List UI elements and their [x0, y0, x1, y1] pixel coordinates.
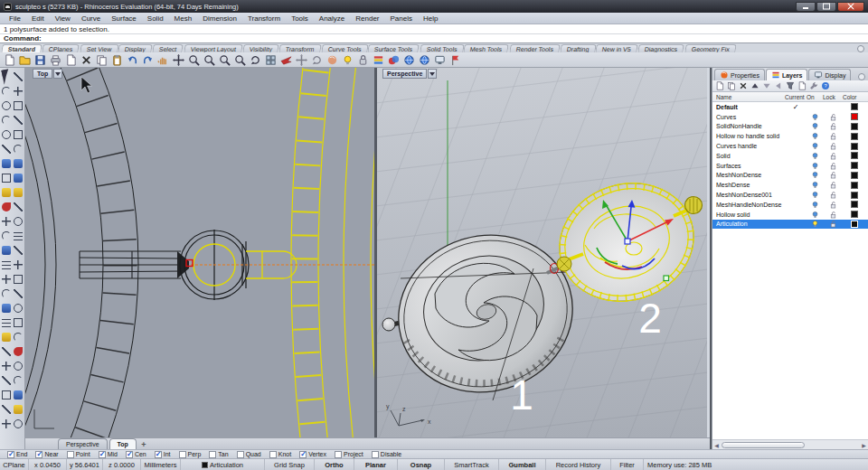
edit-layers-icon[interactable] [372, 53, 385, 67]
layer-lock-icon[interactable] [829, 122, 837, 130]
menu-solid[interactable]: Solid [142, 14, 169, 24]
toolbar-tab-viewport-layout[interactable]: Viewport Layout [184, 44, 242, 52]
layer-list-hscrollbar[interactable]: ◀ ▶ [712, 439, 868, 449]
layer-lock-icon[interactable] [829, 142, 837, 150]
top-viewport[interactable]: Top [25, 68, 377, 437]
split-tool-icon[interactable] [13, 200, 24, 214]
osnap-quad[interactable]: Quad [237, 451, 261, 458]
layer-row[interactable]: Curves handle [712, 141, 868, 151]
trim-tool-icon[interactable] [1, 200, 13, 214]
perspective-viewport-title[interactable]: Perspective [382, 69, 437, 79]
circle-tool-icon[interactable] [1, 99, 13, 113]
layer-row-selected[interactable]: Articulation [712, 220, 868, 230]
layer-color-swatch[interactable] [851, 113, 858, 120]
menu-curve[interactable]: Curve [76, 14, 106, 24]
checkbox[interactable] [179, 451, 186, 458]
layer-on-bulb-icon[interactable] [811, 211, 819, 219]
side-tool-icon[interactable] [13, 301, 24, 315]
show-objects-icon[interactable] [341, 53, 354, 67]
toolbar-tab-visibility[interactable]: Visibility [242, 44, 278, 52]
layer-on-bulb-icon[interactable] [811, 171, 819, 179]
osnap-project[interactable]: Project [335, 451, 363, 458]
render-tool-icon[interactable] [1, 301, 13, 315]
zoom-extents-icon[interactable] [233, 53, 247, 67]
status-ortho[interactable]: Ortho [315, 459, 354, 470]
layer-row[interactable]: MeshNonDense001 [712, 190, 868, 200]
layer-lock-icon[interactable] [829, 191, 837, 199]
move-icon[interactable] [172, 53, 185, 67]
match-properties-icon[interactable] [797, 81, 807, 90]
scale-tool-icon[interactable] [13, 287, 24, 301]
layer-on-bulb-icon[interactable] [811, 191, 819, 199]
move-down-icon[interactable] [762, 81, 771, 90]
layer-row[interactable]: MeshHandleNonDense [712, 200, 868, 210]
open-file-icon[interactable] [18, 53, 32, 67]
shaded-viewport-icon[interactable] [433, 53, 447, 67]
osnap-perp[interactable]: Perp [179, 451, 202, 458]
rectangle-tool-icon[interactable] [13, 127, 24, 142]
gumball-scale-handle[interactable] [664, 276, 669, 281]
osnap-cen[interactable]: Cen [126, 451, 146, 458]
viewport-tab-top[interactable]: Top [109, 438, 137, 449]
arc-tool-icon[interactable] [1, 113, 13, 127]
gumball-origin-handle[interactable] [625, 239, 630, 244]
zoom-dynamic-icon[interactable] [187, 53, 201, 67]
save-icon[interactable] [33, 53, 47, 67]
layer-lock-icon[interactable] [829, 181, 837, 189]
new-file-icon[interactable] [3, 53, 16, 67]
side-tool-icon[interactable] [1, 388, 13, 402]
toolbar-tab-mesh-tools[interactable]: Mesh Tools [464, 44, 510, 52]
layer-color-swatch[interactable] [851, 162, 858, 169]
side-tool-icon[interactable] [1, 330, 13, 344]
scrollbar-thumb[interactable] [722, 442, 805, 448]
move-tool-icon[interactable] [1, 272, 13, 287]
side-tool-icon[interactable] [1, 359, 13, 373]
rotate-tool-icon[interactable] [1, 287, 13, 301]
toolbar-tab-standard[interactable]: Standard [1, 44, 42, 52]
layer-row[interactable]: MeshNonDense [712, 171, 868, 181]
rotate-view-icon[interactable] [249, 53, 262, 67]
edit-properties-icon[interactable] [64, 53, 78, 67]
layer-row[interactable]: Surfaces [712, 161, 868, 171]
checkbox[interactable] [126, 451, 133, 458]
side-tool-icon[interactable] [13, 402, 24, 417]
checkbox[interactable] [99, 451, 106, 458]
new-layer-icon[interactable] [715, 81, 724, 90]
osnap-int[interactable]: Int [155, 451, 171, 458]
layer-on-bulb-icon[interactable] [811, 181, 819, 189]
curve-edit-icon[interactable] [1, 229, 13, 243]
layer-lock-icon[interactable] [829, 113, 837, 121]
tab-options-icon[interactable] [857, 45, 864, 52]
delete-layer-icon[interactable] [739, 81, 748, 90]
layer-color-swatch[interactable] [851, 221, 858, 228]
menu-view[interactable]: View [50, 14, 76, 24]
osnap-end[interactable]: End [7, 451, 27, 458]
perspective-viewport-canvas[interactable]: 1 2 x y z [377, 68, 707, 437]
side-tool-icon[interactable] [1, 417, 13, 431]
side-tool-icon[interactable] [1, 344, 13, 359]
copy-icon[interactable] [95, 53, 108, 67]
layer-lock-icon[interactable] [829, 211, 837, 219]
layer-on-bulb-icon[interactable] [811, 162, 819, 170]
layer-on-bulb-icon[interactable] [811, 201, 819, 209]
layer-on-bulb-icon[interactable] [811, 132, 819, 140]
viewport-menu-caret-icon[interactable] [428, 69, 437, 79]
layer-color-swatch[interactable] [851, 182, 858, 189]
sphere-tool-icon[interactable] [1, 156, 13, 171]
side-tool-icon[interactable] [13, 113, 24, 127]
menu-render[interactable]: Render [350, 14, 384, 24]
title-bar[interactable]: sculpteo s (5273 KB) - Rhinoceros Evalua… [0, 0, 868, 13]
fillet-tool-icon[interactable] [1, 185, 13, 200]
maximize-button[interactable] [816, 2, 836, 12]
toolbar-tab-surface-tools[interactable]: Surface Tools [368, 44, 420, 52]
layer-color-swatch[interactable] [851, 103, 858, 110]
scroll-left-icon[interactable]: ◀ [712, 441, 721, 449]
select-tool-icon[interactable] [1, 70, 13, 84]
filter-icon[interactable] [786, 81, 795, 90]
viewport-label[interactable]: Top [33, 69, 52, 79]
chamfer-tool-icon[interactable] [13, 185, 24, 200]
menu-edit[interactable]: Edit [26, 14, 50, 24]
side-tool-icon[interactable] [13, 70, 24, 84]
redo-icon[interactable] [141, 53, 155, 67]
status-grid-snap[interactable]: Grid Snap [265, 459, 315, 470]
